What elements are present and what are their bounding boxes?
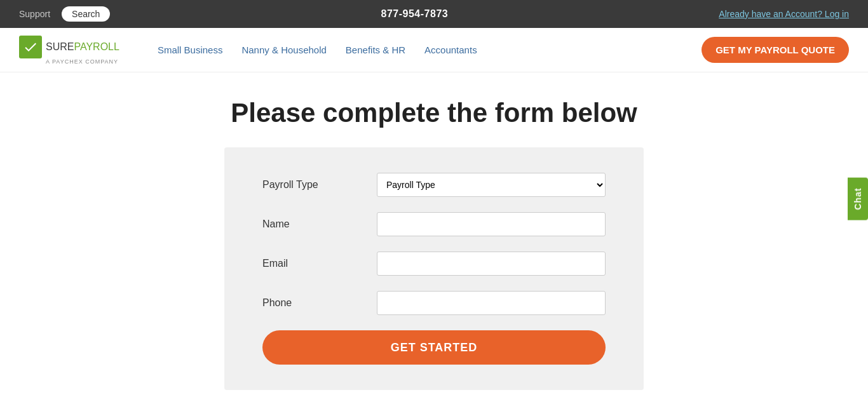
nav-accountants[interactable]: Accountants: [424, 44, 477, 55]
phone-input[interactable]: [377, 291, 606, 315]
logo-sure: SURE: [46, 41, 74, 52]
phone-row: Phone: [262, 291, 606, 315]
name-input[interactable]: [377, 212, 606, 236]
logo-name: SUREPAYROLL: [46, 41, 119, 53]
get-started-button[interactable]: GET STARTED: [262, 330, 606, 365]
nav-nanny-household[interactable]: Nanny & Household: [241, 44, 326, 55]
logo[interactable]: SUREPAYROLL A PAYCHEX COMPANY: [19, 36, 119, 65]
login-link[interactable]: Already have an Account? Log in: [719, 9, 849, 19]
email-row: Email: [262, 252, 606, 276]
name-label: Name: [262, 219, 377, 230]
nav-benefits-hr[interactable]: Benefits & HR: [346, 44, 405, 55]
page-title: Please complete the form below: [231, 98, 637, 128]
phone-number: 877-954-7873: [381, 8, 449, 20]
chat-button[interactable]: Chat: [848, 177, 868, 220]
payroll-type-label: Payroll Type: [262, 179, 377, 191]
phone-label: Phone: [262, 297, 377, 309]
checkmark-icon: [23, 39, 38, 55]
form-card: Payroll Type Payroll Type Small Business…: [224, 147, 644, 390]
nav-links: Small Business Nanny & Household Benefit…: [158, 44, 702, 55]
support-link[interactable]: Support: [19, 9, 50, 19]
nav-small-business[interactable]: Small Business: [158, 44, 223, 55]
email-label: Email: [262, 258, 377, 269]
logo-icon: [19, 36, 42, 58]
topbar-left: Support Search: [19, 6, 110, 22]
payroll-type-row: Payroll Type Payroll Type Small Business…: [262, 173, 606, 197]
search-button[interactable]: Search: [62, 6, 110, 22]
get-quote-button[interactable]: GET MY PAYROLL QUOTE: [702, 37, 849, 63]
main-content: Please complete the form below Payroll T…: [0, 72, 868, 397]
logo-sub: A PAYCHEX COMPANY: [46, 58, 118, 65]
email-input[interactable]: [377, 252, 606, 276]
name-row: Name: [262, 212, 606, 236]
logo-payroll: PAYROLL: [74, 41, 119, 52]
topbar: Support Search 877-954-7873 Already have…: [0, 0, 868, 28]
logo-text: SUREPAYROLL: [19, 36, 119, 58]
payroll-type-select[interactable]: Payroll Type Small Business Nanny/Househ…: [377, 173, 606, 197]
navbar: SUREPAYROLL A PAYCHEX COMPANY Small Busi…: [0, 28, 868, 72]
